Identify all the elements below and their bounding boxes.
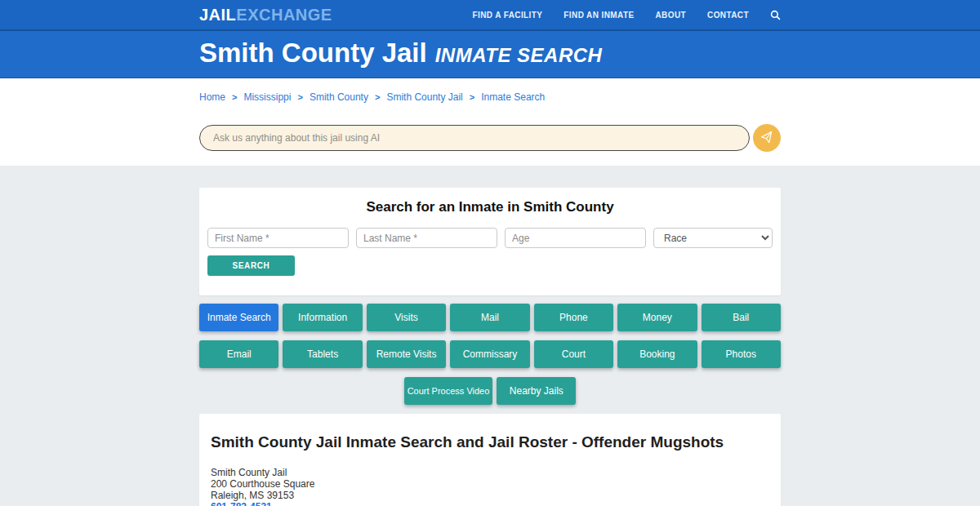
tab-money[interactable]: Money xyxy=(617,304,697,331)
jail-name: Smith County Jail xyxy=(199,38,427,68)
tab-tablets[interactable]: Tablets xyxy=(283,340,362,368)
nav-contact[interactable]: CONTACT xyxy=(707,11,749,20)
tab-court[interactable]: Court xyxy=(534,340,613,368)
jail-section-tabs: Inmate Search Information Visits Mail Ph… xyxy=(199,304,781,405)
chevron-right-icon: > xyxy=(470,93,474,102)
jail-phone-link[interactable]: 601-782-4531 xyxy=(211,502,272,506)
inmate-search-card: Search for an Inmate in Smith County Rac… xyxy=(199,188,781,295)
tab-booking[interactable]: Booking xyxy=(617,340,697,368)
jail-info-heading: Smith County Jail Inmate Search and Jail… xyxy=(211,433,769,451)
ai-send-button[interactable] xyxy=(753,124,781,152)
tab-phone[interactable]: Phone xyxy=(534,304,613,331)
page-subtitle: INMATE SEARCH xyxy=(435,44,603,66)
search-form-row: Race xyxy=(207,228,773,248)
nav-find-a-facility[interactable]: FIND A FACILITY xyxy=(473,11,543,20)
search-card-title: Search for an Inmate in Smith County xyxy=(207,199,773,215)
jail-address-city: Raleigh, MS 39153 xyxy=(211,490,769,502)
ai-search-row xyxy=(199,124,781,152)
search-icon[interactable] xyxy=(770,10,781,20)
chevron-right-icon: > xyxy=(232,93,237,102)
paper-plane-icon xyxy=(760,131,774,145)
breadcrumb: Home > Mississippi > Smith County > Smit… xyxy=(199,91,781,103)
tab-information[interactable]: Information xyxy=(283,304,362,331)
tab-commissary[interactable]: Commissary xyxy=(450,340,529,368)
tab-visits[interactable]: Visits xyxy=(367,304,446,331)
breadcrumb-home[interactable]: Home xyxy=(199,91,225,103)
page-title: Smith County JailINMATE SEARCH xyxy=(199,29,781,79)
breadcrumb-smith-county[interactable]: Smith County xyxy=(310,91,368,103)
jail-address-block: Smith County Jail 200 Courthouse Square … xyxy=(211,468,769,506)
tab-row-2: Email Tablets Remote Visits Commissary C… xyxy=(199,340,781,368)
jail-info-card: Smith County Jail Inmate Search and Jail… xyxy=(199,414,781,506)
tab-photos[interactable]: Photos xyxy=(702,340,781,368)
breadcrumb-smith-county-jail[interactable]: Smith County Jail xyxy=(386,91,462,103)
nav-about[interactable]: ABOUT xyxy=(655,11,686,20)
top-navigation: FIND A FACILITY FIND AN INMATE ABOUT CON… xyxy=(473,10,781,20)
logo[interactable]: JAILEXCHANGE xyxy=(199,6,332,24)
search-button[interactable]: SEARCH xyxy=(207,255,295,276)
chevron-right-icon: > xyxy=(375,93,380,102)
tab-row-1: Inmate Search Information Visits Mail Ph… xyxy=(199,304,781,331)
breadcrumb-search-strip: Home > Mississippi > Smith County > Smit… xyxy=(0,78,980,166)
breadcrumb-inmate-search[interactable]: Inmate Search xyxy=(481,91,545,103)
logo-text-jail: JAIL xyxy=(199,6,236,24)
top-header: JAILEXCHANGE FIND A FACILITY FIND AN INM… xyxy=(0,0,980,31)
main-content-area: Search for an Inmate in Smith County Rac… xyxy=(0,166,980,506)
race-select[interactable]: Race xyxy=(653,228,773,248)
tab-nearby-jails[interactable]: Nearby Jails xyxy=(497,377,576,405)
logo-text-exchange: EXCHANGE xyxy=(236,6,332,24)
page-title-banner: Smith County JailINMATE SEARCH xyxy=(0,31,980,78)
jail-address-street: 200 Courthouse Square xyxy=(211,479,769,490)
tab-mail[interactable]: Mail xyxy=(450,304,529,331)
tab-bail[interactable]: Bail xyxy=(702,304,781,331)
tab-court-process-video[interactable]: Court Process Video xyxy=(404,377,493,405)
tab-row-3: Court Process Video Nearby Jails xyxy=(199,377,781,405)
last-name-field[interactable] xyxy=(356,228,497,248)
first-name-field[interactable] xyxy=(207,228,349,248)
chevron-right-icon: > xyxy=(297,93,302,102)
nav-find-an-inmate[interactable]: FIND AN INMATE xyxy=(564,11,634,20)
age-field[interactable] xyxy=(505,228,646,248)
tab-email[interactable]: Email xyxy=(199,340,278,368)
tab-inmate-search[interactable]: Inmate Search xyxy=(199,304,278,331)
breadcrumb-mississippi[interactable]: Mississippi xyxy=(243,91,291,103)
jail-address-name: Smith County Jail xyxy=(211,468,769,479)
ai-search-input[interactable] xyxy=(199,125,750,151)
tab-remote-visits[interactable]: Remote Visits xyxy=(367,340,446,368)
